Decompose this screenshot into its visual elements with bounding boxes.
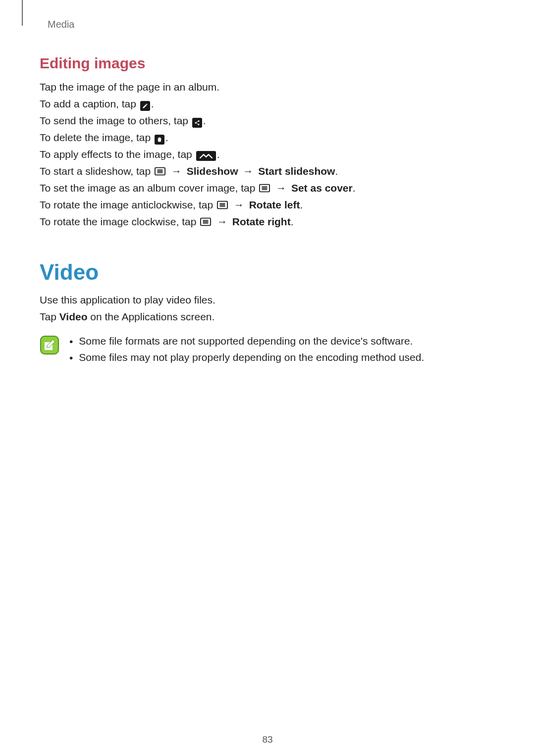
arrow: → (215, 216, 229, 227)
effects-icon (196, 151, 216, 161)
line-slideshow: To start a slideshow, tap → Slideshow → … (40, 163, 495, 180)
bold-video: Video (59, 311, 88, 322)
text: on the Applications screen. (88, 311, 215, 322)
arrow: → (241, 165, 255, 177)
list-item: • Some files may not play properly depen… (69, 350, 424, 366)
line-delete: To delete the image, tap . (40, 129, 495, 146)
line-send: To send the image to others, tap . (40, 112, 495, 129)
note-text: Some file formats are not supported depe… (79, 333, 413, 350)
note-block: • Some file formats are not supported de… (40, 333, 495, 366)
text: To set the image as an album cover image… (40, 182, 258, 194)
text: . (300, 199, 303, 210)
section-label: Media (48, 19, 495, 30)
text: To rotate the image clockwise, tap (40, 216, 199, 227)
text: Tap (40, 311, 59, 322)
arrow: → (274, 182, 288, 194)
note-icon (40, 335, 59, 355)
text: To send the image to others, tap (40, 115, 191, 126)
text: To add a caption, tap (40, 98, 139, 109)
bold-slideshow: Slideshow (187, 165, 238, 177)
bullet: • (69, 350, 73, 366)
bullet: • (69, 333, 73, 350)
line-intro: Tap the image of the page in an album. (40, 79, 495, 96)
text: To apply effects to the image, tap (40, 149, 195, 160)
heading-video: Video (40, 260, 495, 285)
share-icon (192, 118, 202, 128)
line-effects: To apply effects to the image, tap . (40, 146, 495, 163)
text: . (151, 98, 154, 109)
text: . (203, 115, 206, 126)
text: To delete the image, tap (40, 132, 154, 143)
list-item: • Some file formats are not supported de… (69, 333, 424, 350)
text: To rotate the image anticlockwise, tap (40, 199, 216, 210)
note-list: • Some file formats are not supported de… (69, 333, 424, 366)
bold-rotate-right: Rotate right (232, 216, 291, 227)
arrow: → (169, 165, 184, 177)
menu-icon (200, 218, 211, 226)
page: Media Editing images Tap the image of th… (0, 0, 535, 756)
page-number: 83 (0, 734, 535, 745)
text: . (335, 165, 338, 177)
bold-start-slideshow: Start slideshow (258, 165, 335, 177)
menu-icon (217, 201, 228, 209)
text: . (291, 216, 294, 227)
bold-rotate-left: Rotate left (249, 199, 300, 210)
text: . (217, 149, 220, 160)
trash-icon (155, 135, 164, 145)
menu-icon (259, 184, 270, 192)
text: To start a slideshow, tap (40, 165, 154, 177)
line-rotate-left: To rotate the image anticlockwise, tap →… (40, 197, 495, 213)
line-rotate-right: To rotate the image clockwise, tap → Rot… (40, 213, 495, 230)
menu-icon (155, 167, 165, 175)
video-use: Use this application to play video files… (40, 292, 495, 308)
arrow: → (232, 199, 246, 210)
heading-editing-images: Editing images (40, 55, 495, 72)
pencil-icon (140, 101, 150, 111)
header-rule (22, 0, 23, 26)
line-cover: To set the image as an album cover image… (40, 180, 495, 197)
bold-set-as-cover: Set as cover (291, 182, 353, 194)
video-tap: Tap Video on the Applications screen. (40, 308, 495, 325)
text: . (165, 132, 168, 143)
note-text: Some files may not play properly dependi… (79, 350, 424, 366)
text: . (353, 182, 356, 194)
line-caption: To add a caption, tap . (40, 96, 495, 112)
